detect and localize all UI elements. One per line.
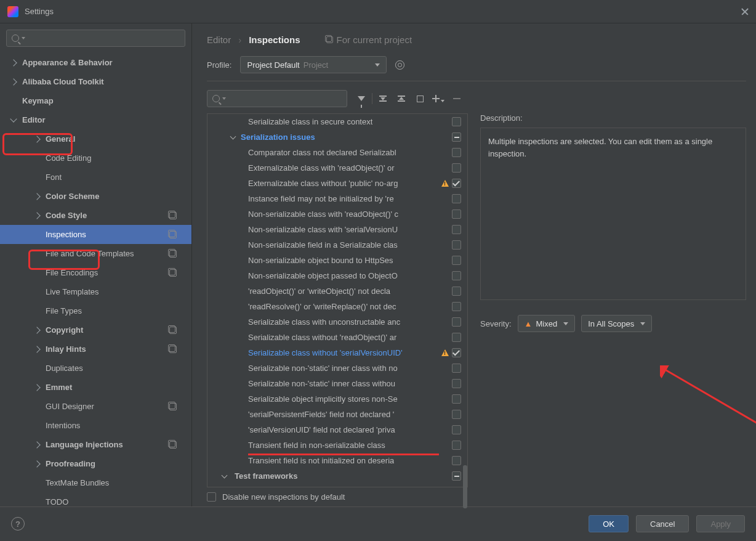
inspection-item[interactable]: Externalizable class with 'readObject()'…: [207, 160, 467, 176]
inspection-item[interactable]: Serializable non-'static' inner class wi…: [207, 376, 467, 391]
inspection-item[interactable]: Serializable object implicitly stores no…: [207, 391, 467, 407]
tree-item-intentions[interactable]: Intentions: [0, 416, 191, 435]
inspection-checkbox[interactable]: [452, 117, 461, 126]
inspection-checkbox[interactable]: [452, 394, 461, 404]
tree-item-color-scheme[interactable]: Color Scheme: [0, 187, 191, 206]
inspection-item[interactable]: 'readObject()' or 'writeObject()' not de…: [207, 283, 467, 299]
tree-item-file-types[interactable]: File Types: [0, 301, 191, 320]
annotation-underline: [248, 454, 439, 455]
severity-select[interactable]: ▲ Mixed: [518, 315, 576, 332]
warning-icon: [441, 180, 449, 187]
tree-item-keymap[interactable]: Keymap: [0, 91, 191, 110]
inspection-item[interactable]: Non-serializable object passed to Object…: [207, 268, 467, 283]
inspection-item[interactable]: 'serialPersistentFields' field not decla…: [207, 407, 467, 422]
tree-item-editor[interactable]: Editor: [0, 110, 191, 129]
scope-select[interactable]: In All Scopes: [581, 315, 652, 332]
tree-item-appearance-behavior[interactable]: Appearance & Behavior: [0, 53, 191, 72]
tree-item-gui-designer[interactable]: GUI Designer: [0, 397, 191, 416]
breadcrumb-root[interactable]: Editor: [207, 35, 231, 45]
inspection-checkbox[interactable]: [452, 256, 461, 265]
inspection-checkbox[interactable]: [452, 132, 461, 142]
tree-item-code-editing[interactable]: Code Editing: [0, 148, 191, 168]
inspection-checkbox[interactable]: [452, 348, 461, 357]
tree-item-duplicates[interactable]: Duplicates: [0, 359, 191, 378]
inspection-checkbox[interactable]: [452, 302, 461, 311]
tree-item-inlay-hints[interactable]: Inlay Hints: [0, 340, 191, 359]
inspection-checkbox[interactable]: [452, 225, 461, 234]
tree-item-alibaba-cloud-toolkit[interactable]: Alibaba Cloud Toolkit: [0, 72, 191, 91]
inspection-item[interactable]: Serializable non-'static' inner class wi…: [207, 360, 467, 376]
inspection-checkbox[interactable]: [452, 441, 461, 450]
inspection-checkbox[interactable]: [452, 364, 461, 373]
tree-item-code-style[interactable]: Code Style: [0, 206, 191, 225]
settings-tree[interactable]: Appearance & BehaviorAlibaba Cloud Toolk…: [0, 53, 191, 506]
inspection-checkbox[interactable]: [452, 425, 461, 434]
inspection-item[interactable]: Serializable class in secure context: [207, 114, 467, 129]
inspection-item[interactable]: Comparator class not declared Serializab…: [207, 145, 467, 160]
tree-item-font[interactable]: Font: [0, 168, 191, 187]
inspection-checkbox[interactable]: [452, 471, 461, 481]
inspection-checkbox[interactable]: [452, 271, 461, 280]
inspection-item[interactable]: Non-serializable object bound to HttpSes: [207, 253, 467, 268]
inspection-item[interactable]: Transient field in non-serializable clas…: [207, 437, 467, 453]
tree-item-live-templates[interactable]: Live Templates: [0, 282, 191, 301]
collapse-all-button[interactable]: [392, 91, 411, 106]
disable-new-checkbox[interactable]: [207, 492, 216, 502]
tree-item-textmate-bundles[interactable]: TextMate Bundles: [0, 473, 191, 492]
profile-select[interactable]: Project Default Project: [240, 56, 387, 73]
expand-all-button[interactable]: [374, 91, 392, 106]
severity-label: Severity:: [480, 319, 512, 328]
inspection-item[interactable]: Test frameworks: [207, 468, 467, 484]
tree-item-language-injections[interactable]: Language Injections: [0, 435, 191, 454]
inspection-item[interactable]: Instance field may not be initialized by…: [207, 191, 467, 206]
inspection-item[interactable]: Serializable class without 'readObject()…: [207, 330, 467, 345]
tree-item-general[interactable]: General: [0, 129, 191, 148]
inspection-tree[interactable]: Serializable class in secure contextSeri…: [207, 114, 467, 487]
inspection-checkbox[interactable]: [452, 333, 461, 342]
description-text: Multiple inspections are selected. You c…: [480, 128, 746, 300]
inspection-item[interactable]: Serialization issues: [207, 129, 467, 145]
project-icon: [169, 231, 177, 238]
inspection-checkbox[interactable]: [452, 209, 461, 219]
inspection-checkbox[interactable]: [452, 194, 461, 203]
reset-button[interactable]: [411, 91, 429, 106]
tree-item-todo[interactable]: TODO: [0, 492, 191, 506]
tree-item-file-encodings[interactable]: File Encodings: [0, 263, 191, 282]
inspection-item[interactable]: Serializable class without 'serialVersio…: [207, 345, 467, 360]
tree-item-emmet[interactable]: Emmet: [0, 378, 191, 397]
inspection-item[interactable]: Non-serializable class with 'readObject(…: [207, 206, 467, 222]
close-icon[interactable]: [741, 8, 749, 15]
add-button[interactable]: [429, 91, 448, 106]
tree-item-copyright[interactable]: Copyright: [0, 320, 191, 340]
gear-icon[interactable]: [395, 60, 404, 70]
inspection-search-input[interactable]: [207, 90, 347, 107]
apply-button[interactable]: Apply: [696, 515, 745, 532]
tree-item-file-and-code-templates[interactable]: File and Code Templates: [0, 244, 191, 263]
inspection-item[interactable]: Serializable class with unconstructable …: [207, 314, 467, 330]
ok-button[interactable]: OK: [589, 515, 629, 532]
app-icon: [7, 6, 18, 17]
tree-item-inspections[interactable]: Inspections: [0, 225, 191, 244]
inspection-checkbox[interactable]: [452, 163, 461, 173]
inspection-checkbox[interactable]: [452, 240, 461, 250]
tree-item-proofreading[interactable]: Proofreading: [0, 454, 191, 473]
search-icon: [12, 35, 19, 42]
inspection-checkbox[interactable]: [452, 287, 461, 296]
remove-button[interactable]: [448, 91, 466, 106]
inspection-item[interactable]: Externalizable class without 'public' no…: [207, 176, 467, 191]
cancel-button[interactable]: Cancel: [636, 515, 689, 532]
inspection-item[interactable]: Non-serializable class with 'serialVersi…: [207, 222, 467, 237]
inspection-checkbox[interactable]: [452, 379, 461, 388]
inspection-checkbox[interactable]: [452, 148, 461, 157]
sidebar-search-input[interactable]: [6, 30, 185, 47]
inspection-checkbox[interactable]: [452, 179, 461, 188]
inspection-checkbox[interactable]: [452, 410, 461, 419]
inspection-item[interactable]: 'readResolve()' or 'writeReplace()' not …: [207, 299, 467, 314]
scrollbar[interactable]: [463, 465, 467, 508]
filter-button[interactable]: [352, 91, 371, 106]
inspection-checkbox[interactable]: [452, 456, 461, 465]
help-button[interactable]: ?: [11, 517, 25, 531]
inspection-item[interactable]: Non-serializable field in a Serializable…: [207, 237, 467, 253]
inspection-checkbox[interactable]: [452, 317, 461, 327]
inspection-item[interactable]: 'serialVersionUID' field not declared 'p…: [207, 422, 467, 437]
